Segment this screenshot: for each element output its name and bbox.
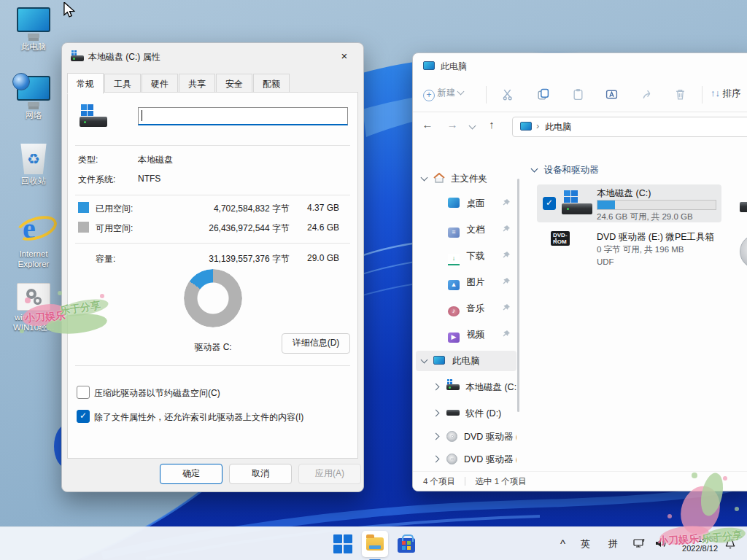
home-icon — [433, 173, 445, 183]
internet-explorer-icon: e — [17, 210, 50, 244]
sidebar-item-videos[interactable]: ▶ 视频 — [416, 324, 516, 345]
desktop-icon-label: 回收站 — [7, 176, 60, 187]
tab-sharing[interactable]: 共享 — [179, 74, 215, 94]
paste-button[interactable] — [568, 85, 588, 105]
desktop-icon-this-pc[interactable]: 此电脑 — [7, 7, 60, 52]
item-checkbox[interactable]: ✓ — [543, 197, 556, 210]
sidebar-item-label: 软件 (D:) — [465, 408, 501, 419]
used-space-swatch — [78, 202, 89, 213]
cut-button[interactable] — [498, 85, 518, 105]
desktop-icon-win11-restore[interactable]: win11恢复 WIN10经... — [7, 283, 60, 333]
sidebar-item-drive-c[interactable]: 本地磁盘 (C:) — [416, 377, 516, 397]
details-button[interactable]: 详细信息(D) — [282, 333, 350, 354]
explorer-toolbar: + 新建 — [413, 78, 747, 112]
taskbar-store-button[interactable] — [395, 533, 417, 555]
tray-time: 14:55 — [673, 534, 718, 544]
sidebar-scrollbar[interactable] — [517, 179, 519, 412]
ime-mode-indicator[interactable]: 拼 — [608, 537, 618, 551]
copy-button[interactable] — [533, 85, 553, 105]
desktop-icon-internet-explorer[interactable]: e Internet Explorer — [7, 210, 60, 270]
chevron-right-icon — [433, 384, 440, 391]
share-button[interactable] — [636, 85, 657, 105]
ok-button[interactable]: 确定 — [160, 464, 222, 484]
group-header-devices-and-drives[interactable]: 设备和驱动器 — [532, 164, 598, 176]
file-item-dvd-e[interactable]: DVD-ROM DVD 驱动器 (E:) 微PE工具箱 0 字节 可用, 共 1… — [537, 230, 721, 275]
chevron-down-icon — [457, 88, 465, 96]
chevron-right-icon — [433, 433, 440, 440]
used-space-bytes: 4,702,584,832 字节 — [170, 203, 290, 215]
sidebar-item-label: 桌面 — [466, 198, 484, 209]
network-tray-icon[interactable] — [633, 537, 646, 552]
sidebar-item-label: 图片 — [466, 277, 484, 287]
sidebar-item-dvd-f[interactable]: DVD 驱动器 (F — [416, 449, 516, 470]
chevron-down-icon — [421, 174, 428, 182]
chevron-down-icon — [421, 357, 428, 364]
explorer-statusbar: 4 个项目 选中 1 个项目 — [413, 471, 747, 491]
network-icon — [17, 76, 50, 101]
index-checkbox-label[interactable]: 除了文件属性外，还允许索引此驱动器上文件的内容(I) — [94, 411, 303, 424]
documents-icon: ≡ — [448, 228, 460, 238]
tab-hardware[interactable]: 硬件 — [142, 74, 178, 94]
sort-button-label: 排序 — [722, 88, 740, 98]
compress-checkbox[interactable] — [77, 386, 90, 399]
explorer-navbar: ← → ↑ › 此电脑 — [413, 112, 747, 142]
drive-label-input[interactable] — [138, 107, 348, 125]
forward-icon[interactable]: → — [444, 118, 461, 131]
rename-button[interactable] — [601, 85, 622, 105]
free-space-size: 24.6 GB — [288, 222, 339, 233]
pictures-icon: ▲ — [448, 280, 460, 290]
sidebar-item-desktop[interactable]: 桌面 — [416, 193, 516, 214]
sidebar-item-this-pc[interactable]: 此电脑 — [416, 351, 516, 371]
sidebar-item-label: 音乐 — [466, 303, 484, 314]
tray-clock[interactable]: 14:55 2022/8/12 — [673, 534, 718, 553]
tab-general[interactable]: 常规 — [67, 73, 104, 94]
capacity-bytes: 31,139,557,376 字节 — [170, 253, 290, 265]
ime-language-indicator[interactable]: 英 — [581, 537, 590, 551]
back-icon[interactable]: ← — [419, 118, 436, 131]
up-icon[interactable]: ↑ — [483, 118, 500, 131]
disk-usage-fill — [597, 201, 615, 209]
compress-checkbox-label[interactable]: 压缩此驱动器以节约磁盘空间(C) — [94, 387, 220, 400]
notification-bell-icon[interactable]: zz — [722, 537, 736, 553]
close-icon[interactable]: × — [330, 46, 359, 66]
explorer-titlebar[interactable]: 此电脑 — [413, 53, 747, 78]
desktop-icon-label: Internet Explorer — [7, 249, 60, 270]
sidebar-item-drive-d[interactable]: 软件 (D:) — [416, 403, 516, 424]
chevron-right-icon — [433, 410, 440, 417]
start-button[interactable] — [332, 533, 354, 555]
breadcrumb[interactable]: 此电脑 — [545, 121, 571, 133]
index-checkbox[interactable]: ✓ — [77, 410, 90, 423]
new-button[interactable]: + 新建 — [423, 87, 463, 101]
apply-button[interactable]: 应用(A) — [298, 464, 361, 484]
drive-c-chart-label: 驱动器 C: — [169, 341, 257, 354]
dialog-tabs: 常规工具硬件共享安全配额 — [67, 73, 290, 92]
cancel-button[interactable]: 取消 — [229, 464, 292, 484]
tab-security[interactable]: 安全 — [216, 74, 252, 94]
sidebar-item-music[interactable]: ♪ 音乐 — [416, 298, 516, 319]
tab-quota[interactable]: 配额 — [253, 74, 290, 94]
file-item-drive-c[interactable]: ✓ 本地磁盘 (C:) 24.6 GB 可用, 共 29.0 GB — [537, 184, 721, 222]
breadcrumb-separator: › — [536, 121, 539, 131]
volume-tray-icon[interactable] — [654, 537, 667, 552]
taskbar-file-explorer-button[interactable] — [362, 531, 388, 557]
sidebar-item-home[interactable]: 主文件夹 — [416, 168, 516, 189]
history-chevron-icon[interactable] — [470, 122, 475, 132]
sort-button[interactable]: ↑↓ 排序 — [711, 88, 740, 100]
desktop-folder-icon — [448, 198, 460, 208]
tray-chevron-up-icon[interactable]: ^ — [560, 537, 565, 550]
download-icon: ↓ — [448, 254, 460, 265]
sidebar-item-dvd-e[interactable]: DVD 驱动器 (E — [416, 427, 516, 447]
cut-icon — [502, 88, 514, 101]
delete-button[interactable] — [670, 85, 690, 105]
toolbar-divider — [702, 86, 703, 104]
new-button-label: 新建 — [437, 88, 455, 98]
desktop-icon-network[interactable]: 网络 — [7, 76, 60, 121]
paste-icon — [572, 88, 584, 101]
address-bar[interactable]: › 此电脑 — [512, 117, 747, 137]
sidebar-item-documents[interactable]: ≡ 文档 — [416, 219, 516, 240]
sidebar-item-pictures[interactable]: ▲ 图片 — [416, 272, 516, 292]
dialog-titlebar[interactable]: 本地磁盘 (C:) 属性 × — [62, 43, 363, 69]
tab-tools[interactable]: 工具 — [104, 74, 141, 94]
desktop-icon-recycle-bin[interactable]: ♻ 回收站 — [7, 144, 60, 187]
sidebar-item-downloads[interactable]: ↓ 下载 — [416, 246, 516, 266]
